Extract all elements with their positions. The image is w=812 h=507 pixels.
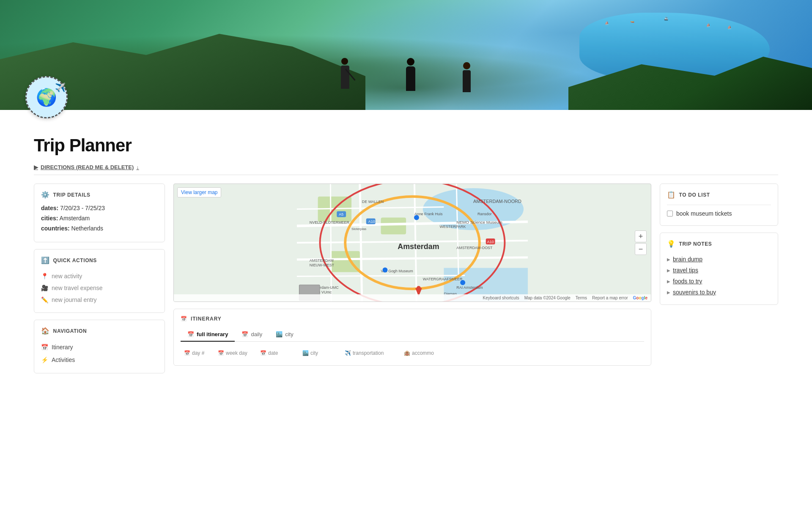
th-weekday-icon: 📅 <box>218 350 224 356</box>
svg-text:A5: A5 <box>339 212 343 217</box>
todo-divider <box>667 205 771 205</box>
note-travel-tips[interactable]: ▶ travel tips <box>667 265 771 276</box>
th-transport-icon: ✈️ <box>345 350 351 356</box>
globe-icon: 🌍 <box>36 88 57 107</box>
itinerary-table-header: 📅 day # 📅 week day 📅 date 🏙️ city ✈️ <box>181 348 644 359</box>
map-terms-link[interactable]: Terms <box>576 296 587 300</box>
svg-text:NVELD-SLOTERMEER: NVELD-SLOTERMEER <box>310 220 350 225</box>
svg-text:Ransdor: Ransdor <box>477 212 492 216</box>
todo-checkbox-0[interactable] <box>667 211 673 217</box>
tab-city[interactable]: 🏙️ city <box>269 328 300 342</box>
pin-icon: 📍 <box>41 273 48 280</box>
tab-city-icon: 🏙️ <box>276 331 283 337</box>
checklist-icon: 📋 <box>667 191 676 199</box>
person-silhouette-3 <box>463 70 471 92</box>
svg-text:Amsterdam: Amsterdam <box>398 242 439 251</box>
svg-text:WATERGRAAFSMEER: WATERGRAAFSMEER <box>423 277 463 281</box>
svg-point-43 <box>460 280 465 285</box>
svg-point-42 <box>383 268 388 273</box>
svg-text:DE WALLEN: DE WALLEN <box>362 200 384 204</box>
tab-full-itinerary[interactable]: 📅 full itinerary <box>181 328 235 342</box>
svg-text:AMSTERDAM-OOST: AMSTERDAM-OOST <box>456 246 493 250</box>
trip-notes-card: 💡 TRIP NOTES ▶ brain dump ▶ travel tips … <box>660 233 778 305</box>
new-journal-entry-button[interactable]: ✏️ new journal entry <box>41 294 158 306</box>
svg-text:AMSTERDAM-NOORD: AMSTERDAM-NOORD <box>473 199 521 204</box>
right-sidebar: 📋 TO DO LIST book museum tickets 💡 TRIP … <box>660 184 778 373</box>
map-data-credit: Map data ©2024 Google <box>524 296 571 300</box>
new-travel-expense-button[interactable]: 🎥 new travel expense <box>41 282 158 294</box>
todo-item-0: book museum tickets <box>667 208 771 219</box>
note-arrow-icon-3: ▶ <box>667 290 670 295</box>
th-day-number: 📅 day # <box>181 348 214 359</box>
svg-text:Sloterplas: Sloterplas <box>351 227 366 231</box>
tab-daily[interactable]: 📅 daily <box>235 328 269 342</box>
new-activity-button[interactable]: 📍 new activity <box>41 270 158 282</box>
note-brain-dump[interactable]: ▶ brain dump <box>667 254 771 265</box>
svg-text:A10: A10 <box>487 240 494 244</box>
pencil-icon: ✏️ <box>41 296 48 303</box>
trip-notes-title: 💡 TRIP NOTES <box>667 240 771 248</box>
itinerary-section: 📅 ITINERARY 📅 full itinerary 📅 daily 🏙️ … <box>173 309 651 366</box>
center-content: Amsterdam AMSTERDAM-NOORD Ransdor NVELD-… <box>173 184 651 373</box>
left-sidebar: ⚙️ TRIP DETAILS dates: 7/20/23 - 7/25/23… <box>34 184 165 373</box>
lightning-icon: ⚡ <box>41 356 48 363</box>
itinerary-tabs: 📅 full itinerary 📅 daily 🏙️ city <box>181 328 644 342</box>
th-week-day: 📅 week day <box>214 348 257 359</box>
th-city-icon: 🏙️ <box>302 350 309 356</box>
home-icon: 🏠 <box>41 327 50 335</box>
nav-item-activities[interactable]: ⚡ Activities <box>41 354 158 366</box>
directions-label: DIRECTIONS (READ ME & DELETE) <box>41 164 134 170</box>
map-zoom-in-button[interactable]: + <box>635 230 647 242</box>
page-title: Trip Planner <box>34 135 778 156</box>
plane-icon: ✈️ <box>55 82 66 93</box>
quick-actions-title: ⬆️ QUICK ACTIONS <box>41 256 158 264</box>
cities-row: cities: Amsterdam <box>41 215 158 222</box>
person-silhouette-2 <box>406 66 415 91</box>
map-svg: Amsterdam AMSTERDAM-NOORD Ransdor NVELD-… <box>174 184 651 301</box>
directions-down-icon: ↓ <box>136 164 139 170</box>
trip-details-title: ⚙️ TRIP DETAILS <box>41 191 158 199</box>
hero-banner: ⛵ 🚢 ⛵ 🚤 ⛵ <box>0 0 812 110</box>
th-day-icon: 📅 <box>184 350 190 356</box>
th-transportation: ✈️ transportation <box>341 348 401 359</box>
lightbulb-icon: 💡 <box>667 240 676 248</box>
note-foods-to-try[interactable]: ▶ foods to try <box>667 276 771 287</box>
svg-rect-4 <box>381 217 406 234</box>
directions-arrow-icon: ▶ <box>34 164 38 170</box>
nav-item-itinerary[interactable]: 📅 Itinerary <box>41 341 158 354</box>
svg-text:RAI Amsterdam: RAI Amsterdam <box>456 285 483 290</box>
camera-icon: 🎥 <box>41 285 48 291</box>
svg-line-9 <box>297 275 465 276</box>
th-date-icon: 📅 <box>260 350 266 356</box>
note-arrow-icon-2: ▶ <box>667 279 670 284</box>
tab-full-icon: 📅 <box>187 331 194 337</box>
itinerary-section-title: 📅 ITINERARY <box>181 316 644 322</box>
map-keyboard-shortcuts[interactable]: Keyboard shortcuts <box>483 296 519 300</box>
quick-actions-card: ⬆️ QUICK ACTIONS 📍 new activity 🎥 new tr… <box>34 249 165 313</box>
page-title-section: Trip Planner <box>0 110 812 160</box>
map-footer: Keyboard shortcuts Map data ©2024 Google… <box>174 294 651 301</box>
svg-text:A10: A10 <box>368 219 375 224</box>
map-view-larger-button[interactable]: View larger map <box>177 187 221 197</box>
countries-row: countries: Netherlands <box>41 225 158 232</box>
svg-text:AMSTERDAM: AMSTERDAM <box>310 258 334 263</box>
svg-point-45 <box>417 286 421 290</box>
main-layout: ⚙️ TRIP DETAILS dates: 7/20/23 - 7/25/23… <box>34 184 778 373</box>
note-souvenirs[interactable]: ▶ souvenirs to buy <box>667 287 771 298</box>
map-zoom-out-button[interactable]: − <box>635 243 647 255</box>
dates-row: dates: 7/20/23 - 7/25/23 <box>41 205 158 211</box>
svg-text:NEMO Science Museum: NEMO Science Museum <box>456 220 502 225</box>
th-accommo-icon: 🏨 <box>404 350 410 356</box>
todo-card: 📋 TO DO LIST book museum tickets <box>660 184 778 226</box>
person-silhouette-1 <box>341 66 349 89</box>
svg-point-41 <box>414 215 419 220</box>
map-report-link[interactable]: Report a map error <box>592 296 628 300</box>
th-accommodation: 🏨 accommo <box>401 348 451 359</box>
todo-title: 📋 TO DO LIST <box>667 191 771 199</box>
navigation-title: 🏠 NAVIGATION <box>41 327 158 335</box>
navigation-card: 🏠 NAVIGATION 📅 Itinerary ⚡ Activities <box>34 320 165 373</box>
map-zoom-controls: + − <box>635 230 647 255</box>
note-arrow-icon-1: ▶ <box>667 268 670 273</box>
trip-details-icon: ⚙️ <box>41 191 50 199</box>
directions-bar[interactable]: ▶ DIRECTIONS (READ ME & DELETE) ↓ <box>34 160 778 175</box>
